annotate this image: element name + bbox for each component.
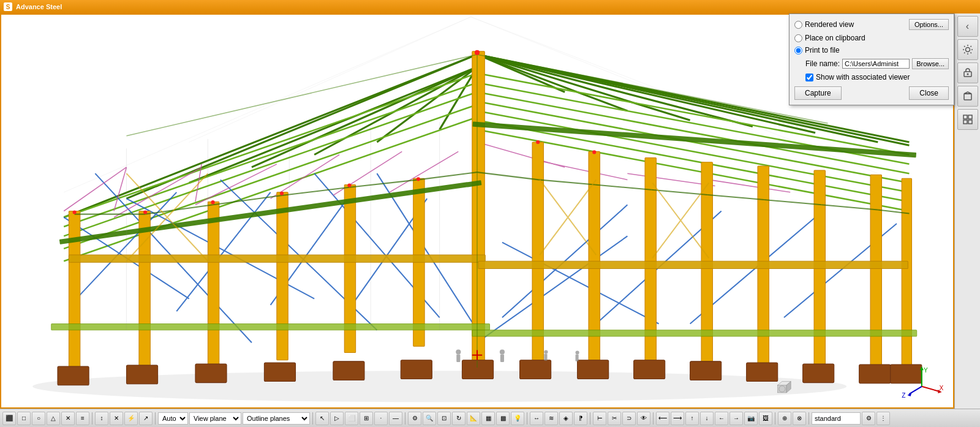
- print-to-file-row: Print to file: [794, 46, 949, 55]
- svg-rect-77: [478, 261, 908, 268]
- svg-rect-83: [126, 365, 157, 384]
- tb-left2-btn[interactable]: ←: [715, 412, 728, 425]
- sep-6: [590, 412, 590, 425]
- svg-marker-161: [964, 92, 971, 94]
- tb-snap-btn[interactable]: ⊕: [778, 412, 791, 425]
- tb-down-btn[interactable]: ↓: [700, 412, 714, 425]
- tb-num-btn[interactable]: ⁋: [574, 412, 587, 425]
- tb-dim-btn[interactable]: ↔: [530, 412, 543, 425]
- tb-render-btn[interactable]: 🖼: [759, 412, 772, 425]
- sidebar-3dview-btn[interactable]: [957, 86, 978, 107]
- tb-btn-6[interactable]: ≡: [76, 412, 89, 425]
- tb-back-btn[interactable]: ⟵: [656, 412, 669, 425]
- browse-button[interactable]: Browse...: [912, 58, 949, 69]
- app-container: S Advance Steel: [0, 0, 980, 427]
- show-viewer-label[interactable]: Show with associated viewer: [816, 73, 910, 81]
- print-to-file-label[interactable]: Print to file: [794, 46, 840, 55]
- svg-rect-61: [69, 211, 80, 374]
- tb-vis-btn[interactable]: 👁: [637, 412, 650, 425]
- svg-rect-89: [520, 360, 551, 379]
- svg-rect-62: [139, 211, 150, 371]
- tb-camera-btn[interactable]: 📷: [744, 412, 758, 425]
- svg-rect-125: [544, 354, 547, 361]
- tb-grid-btn[interactable]: ⊞: [360, 412, 373, 425]
- capture-button[interactable]: Capture: [794, 86, 842, 100]
- tb-cursor-btn[interactable]: ↖: [315, 412, 329, 425]
- svg-point-130: [211, 200, 214, 204]
- view-name-input[interactable]: [812, 412, 861, 425]
- tb-measure-btn[interactable]: 📐: [467, 412, 480, 425]
- svg-rect-91: [634, 360, 665, 379]
- svg-text:Y: Y: [924, 367, 928, 374]
- tb-dot-btn[interactable]: ·: [374, 412, 388, 425]
- tb-mark-btn[interactable]: ◈: [559, 412, 573, 425]
- clipboard-radio[interactable]: [794, 34, 802, 42]
- tb-light-btn[interactable]: 💡: [511, 412, 524, 425]
- file-name-label: File name:: [805, 59, 840, 68]
- sep-1: [92, 412, 92, 425]
- tb-btn-9[interactable]: ⚡: [124, 412, 138, 425]
- tb-btn-10[interactable]: ↗: [139, 412, 153, 425]
- sidebar-grid-btn[interactable]: [957, 109, 978, 130]
- svg-rect-85: [264, 363, 295, 382]
- dialog-buttons: Capture Close: [794, 86, 949, 100]
- tb-shade-btn[interactable]: ▩: [496, 412, 510, 425]
- tb-btn-4[interactable]: △: [47, 412, 60, 425]
- auto-dropdown[interactable]: Auto: [158, 412, 188, 425]
- svg-rect-88: [462, 360, 493, 379]
- svg-rect-96: [891, 365, 922, 384]
- view-plane-dropdown[interactable]: View plane: [189, 412, 241, 425]
- svg-point-124: [544, 350, 548, 353]
- tb-snap2-btn[interactable]: ⊗: [793, 412, 806, 425]
- tb-filter-btn[interactable]: ⊃: [622, 412, 636, 425]
- file-name-input[interactable]: [842, 59, 910, 69]
- tb-select-btn[interactable]: ▷: [330, 412, 344, 425]
- close-button[interactable]: Close: [909, 86, 949, 100]
- rendered-view-radio[interactable]: [794, 21, 802, 29]
- print-to-file-radio[interactable]: [794, 47, 802, 55]
- sidebar-settings-btn-1[interactable]: [957, 39, 978, 60]
- tb-btn-2[interactable]: □: [17, 412, 31, 425]
- tb-pan-btn[interactable]: ⚙: [408, 412, 421, 425]
- content-area: Y X Z: [0, 13, 980, 409]
- show-viewer-checkbox[interactable]: [805, 74, 813, 81]
- tb-rotate-btn[interactable]: ↻: [452, 412, 466, 425]
- svg-point-136: [592, 150, 596, 154]
- svg-point-129: [143, 210, 147, 214]
- svg-rect-162: [963, 115, 967, 119]
- tb-settings3-btn[interactable]: ⚙: [862, 412, 875, 425]
- options-button[interactable]: Options...: [909, 19, 949, 30]
- sidebar-arrow-btn[interactable]: ‹: [957, 16, 978, 37]
- svg-rect-67: [472, 51, 484, 365]
- svg-point-120: [456, 349, 461, 354]
- svg-rect-82: [58, 366, 89, 385]
- svg-point-157: [965, 48, 970, 52]
- tb-box-btn[interactable]: ⬜: [345, 412, 358, 425]
- svg-text:Z: Z: [902, 392, 905, 399]
- tb-btn-5[interactable]: ✕: [61, 412, 75, 425]
- tb-btn-1[interactable]: ⬛: [2, 412, 16, 425]
- svg-point-131: [280, 192, 284, 195]
- tb-note-btn[interactable]: ≋: [545, 412, 558, 425]
- tb-fwd-btn[interactable]: ⟶: [671, 412, 684, 425]
- tb-right2-btn[interactable]: →: [729, 412, 743, 425]
- svg-text:X: X: [940, 385, 944, 391]
- tb-up-btn[interactable]: ↑: [685, 412, 699, 425]
- tb-wire-btn[interactable]: ▦: [481, 412, 495, 425]
- tb-fit-btn[interactable]: ⊡: [437, 412, 451, 425]
- tb-dash-btn[interactable]: —: [389, 412, 402, 425]
- tb-clip-btn[interactable]: ✂: [608, 412, 621, 425]
- svg-rect-87: [401, 360, 432, 379]
- tb-zoom-btn[interactable]: 🔍: [423, 412, 436, 425]
- tb-btn-8[interactable]: ✕: [110, 412, 123, 425]
- outline-planes-dropdown[interactable]: Outline planes: [243, 412, 310, 425]
- svg-point-134: [475, 50, 480, 55]
- tb-section-btn[interactable]: ⊢: [593, 412, 606, 425]
- sidebar-settings-btn-2[interactable]: [957, 62, 978, 83]
- tb-extra-btn[interactable]: ⋮: [876, 412, 890, 425]
- svg-rect-80: [51, 324, 490, 330]
- clipboard-label[interactable]: Place on clipboard: [794, 34, 865, 42]
- tb-btn-7[interactable]: ↕: [95, 412, 108, 425]
- rendered-view-label[interactable]: Rendered view: [794, 20, 854, 29]
- tb-btn-3[interactable]: ○: [32, 412, 45, 425]
